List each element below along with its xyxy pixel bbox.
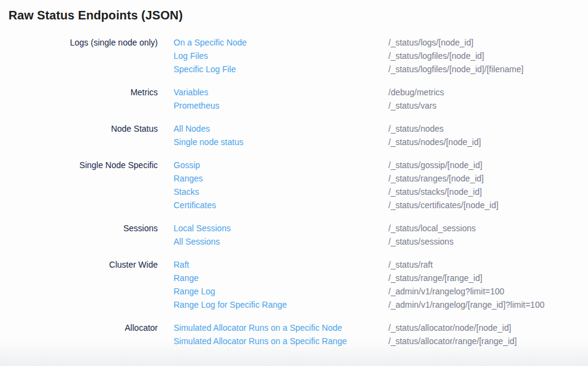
endpoint-links-column: GossipRangesStacksCertificates bbox=[158, 158, 388, 212]
endpoint-paths-column: /_status/allocator/node/[node_id]/_statu… bbox=[388, 321, 588, 348]
endpoint-link[interactable]: Log Files bbox=[174, 49, 388, 63]
endpoint-link[interactable]: Simulated Allocator Runs on a Specific R… bbox=[174, 334, 388, 348]
endpoint-paths-column: /_status/nodes/_status/nodes/[node_id] bbox=[388, 122, 588, 149]
section-category: Single Node Specific bbox=[0, 158, 158, 212]
endpoint-link[interactable]: Gossip bbox=[174, 158, 388, 172]
section-category: Node Status bbox=[0, 122, 158, 149]
debug-endpoints-page: Raw Status Endpoints (JSON) Logs (single… bbox=[0, 0, 588, 348]
endpoint-section: Single Node SpecificGossipRangesStacksCe… bbox=[0, 158, 588, 212]
endpoint-path: /debug/metrics bbox=[388, 86, 582, 99]
endpoint-link[interactable]: All Nodes bbox=[174, 122, 388, 135]
endpoint-path: /_status/range/[range_id] bbox=[388, 271, 582, 285]
endpoint-path: /_status/logs/[node_id] bbox=[388, 36, 582, 49]
endpoint-path: /_status/sessions bbox=[388, 235, 582, 248]
endpoint-paths-column: /_status/local_sessions/_status/sessions bbox=[388, 222, 588, 248]
section-category: Sessions bbox=[0, 222, 158, 248]
endpoint-paths-column: /debug/metrics/_status/vars bbox=[388, 86, 588, 112]
endpoint-path: /_status/nodes/[node_id] bbox=[388, 135, 582, 149]
endpoint-links-column: VariablesPrometheus bbox=[158, 86, 388, 112]
endpoint-section: Cluster WideRaftRangeRange LogRange Log … bbox=[0, 258, 588, 311]
endpoint-path: /_status/logfiles/[node_id]/[filename] bbox=[388, 63, 582, 76]
endpoint-link[interactable]: Local Sessions bbox=[174, 222, 388, 235]
endpoint-paths-column: /_status/gossip/[node_id]/_status/ranges… bbox=[388, 158, 588, 212]
endpoint-link[interactable]: Range Log bbox=[174, 285, 388, 298]
endpoint-path: /_status/stacks/[node_id] bbox=[388, 185, 582, 198]
endpoint-link[interactable]: All Sessions bbox=[174, 235, 388, 248]
endpoint-path: /_status/gossip/[node_id] bbox=[388, 158, 582, 172]
section-category: Logs (single node only) bbox=[0, 36, 158, 76]
endpoint-link[interactable]: On a Specific Node bbox=[174, 36, 388, 49]
endpoint-link[interactable]: Stacks bbox=[174, 185, 388, 198]
endpoint-path: /_status/vars bbox=[388, 99, 582, 112]
endpoint-path: /_status/nodes bbox=[388, 122, 582, 135]
endpoint-paths-column: /_status/logs/[node_id]/_status/logfiles… bbox=[388, 36, 588, 76]
endpoint-links-column: Local SessionsAll Sessions bbox=[158, 222, 388, 248]
endpoint-links-column: Simulated Allocator Runs on a Specific N… bbox=[158, 321, 388, 348]
section-category: Metrics bbox=[0, 86, 158, 112]
endpoint-paths-column: /_status/raft/_status/range/[range_id]/_… bbox=[388, 258, 588, 311]
endpoint-path: /_status/local_sessions bbox=[388, 222, 582, 235]
endpoint-link[interactable]: Certificates bbox=[174, 198, 388, 212]
endpoint-table: Logs (single node only)On a Specific Nod… bbox=[0, 36, 588, 348]
endpoint-section: Logs (single node only)On a Specific Nod… bbox=[0, 36, 588, 76]
endpoint-link[interactable]: Simulated Allocator Runs on a Specific N… bbox=[174, 321, 388, 334]
endpoint-section: MetricsVariablesPrometheus/debug/metrics… bbox=[0, 86, 588, 112]
endpoint-section: SessionsLocal SessionsAll Sessions/_stat… bbox=[0, 222, 588, 248]
endpoint-section: Node StatusAll NodesSingle node status/_… bbox=[0, 122, 588, 149]
endpoint-links-column: On a Specific NodeLog FilesSpecific Log … bbox=[158, 36, 388, 76]
endpoint-path: /_admin/v1/rangelog/[range_id]?limit=100 bbox=[388, 298, 582, 311]
endpoint-path: /_status/allocator/node/[node_id] bbox=[388, 321, 582, 334]
endpoint-link[interactable]: Variables bbox=[174, 86, 388, 99]
section-category: Allocator bbox=[0, 321, 158, 348]
endpoint-section: AllocatorSimulated Allocator Runs on a S… bbox=[0, 321, 588, 348]
endpoint-path: /_status/logfiles/[node_id] bbox=[388, 49, 582, 63]
endpoint-links-column: RaftRangeRange LogRange Log for Specific… bbox=[158, 258, 388, 311]
endpoint-path: /_status/ranges/[node_id] bbox=[388, 172, 582, 185]
endpoint-path: /_status/raft bbox=[388, 258, 582, 271]
endpoint-link[interactable]: Range Log for Specific Range bbox=[174, 298, 388, 311]
page-title: Raw Status Endpoints (JSON) bbox=[8, 8, 588, 22]
endpoint-path: /_status/certificates/[node_id] bbox=[388, 198, 582, 212]
endpoint-link[interactable]: Range bbox=[174, 271, 388, 285]
endpoint-link[interactable]: Specific Log File bbox=[174, 63, 388, 76]
endpoint-path: /_admin/v1/rangelog?limit=100 bbox=[388, 285, 582, 298]
endpoint-links-column: All NodesSingle node status bbox=[158, 122, 388, 149]
section-category: Cluster Wide bbox=[0, 258, 158, 311]
endpoint-link[interactable]: Ranges bbox=[174, 172, 388, 185]
endpoint-path: /_status/allocator/range/[range_id] bbox=[388, 334, 582, 348]
endpoint-link[interactable]: Single node status bbox=[174, 135, 388, 149]
endpoint-link[interactable]: Prometheus bbox=[174, 99, 388, 112]
endpoint-link[interactable]: Raft bbox=[174, 258, 388, 271]
